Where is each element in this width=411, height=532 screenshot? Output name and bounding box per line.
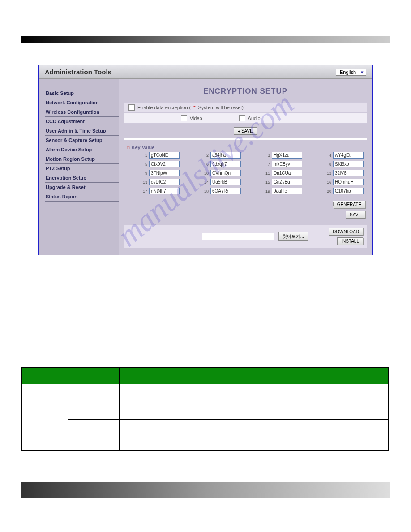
key-number: 10 [201, 171, 209, 176]
key-number: 15 [262, 180, 270, 184]
description-table [21, 367, 389, 451]
key-number: 7 [262, 162, 270, 167]
enable-label-part2: System will be reset) [198, 105, 244, 110]
browse-button[interactable]: 찾아보기... [278, 232, 308, 241]
content-area: ENCRYPTION SETUP Enable data encryption … [119, 79, 372, 255]
key-number: 20 [323, 189, 331, 193]
table-cell-r2c2 [68, 420, 120, 435]
sidebar-item-useradmin[interactable]: User Admin & Time Setup [45, 126, 119, 136]
sidebar-item-ptz[interactable]: PTZ Setup [45, 164, 119, 173]
key-number: 12 [323, 171, 331, 176]
key-value-grid: 1gTCoNE2a54jha3HgX1zu4wY4gEt5Cfx9V269dxq… [127, 152, 364, 194]
key-input-10[interactable]: CVhmQn [210, 170, 241, 176]
key-number: 14 [201, 180, 209, 184]
file-path-input[interactable] [202, 233, 274, 240]
key-number: 19 [262, 189, 270, 193]
key-input-3[interactable]: HgX1zu [272, 152, 302, 159]
admin-screenshot: Administration Tools English Basic Setup… [38, 65, 373, 255]
key-number: 4 [323, 153, 331, 158]
key-cell-10: 10CVhmQn [188, 170, 241, 176]
red-star: * [193, 105, 195, 110]
key-input-20[interactable]: G167hp [333, 188, 364, 194]
key-input-15[interactable]: GnZvBq [272, 179, 302, 185]
table-cell-r2c3 [120, 420, 389, 435]
generate-button[interactable]: GENERATE [333, 201, 365, 208]
table-cell-r1c1 [22, 384, 68, 451]
enable-encryption-row: Enable data encryption (* System will be… [124, 102, 367, 113]
key-number: 16 [323, 180, 331, 184]
bottom-gradient-bar [21, 482, 390, 498]
key-cell-14: 14Uq5rkB [188, 179, 241, 185]
key-input-2[interactable]: a54jha [210, 152, 241, 159]
key-input-11[interactable]: Dn1CUa [272, 170, 302, 176]
key-number: 17 [139, 189, 147, 193]
key-input-7[interactable]: mkEByv [272, 161, 302, 167]
enable-label-part1: Enable data encryption ( [137, 105, 191, 110]
table-cell-r1c2 [68, 384, 120, 420]
audio-checkbox[interactable] [239, 115, 245, 121]
key-cell-19: 199aahle [250, 188, 302, 194]
key-input-16[interactable]: HQmhuH [333, 179, 364, 185]
save-button-2[interactable]: SAVE [346, 211, 365, 219]
key-value-section: Key Value 1gTCoNE2a54jha3HgX1zu4wY4gEt5C… [124, 142, 367, 194]
sidebar-item-network[interactable]: Network Configuration [45, 98, 119, 107]
key-input-17[interactable]: nNtNh7 [149, 188, 180, 194]
table-cell-r3c3 [120, 435, 389, 451]
key-number: 5 [139, 162, 147, 167]
key-number: 13 [139, 180, 147, 184]
sidebar-item-motion[interactable]: Motion Region Setup [45, 154, 119, 164]
key-input-14[interactable]: Uq5rkB [210, 179, 241, 185]
sidebar-item-status[interactable]: Status Report [45, 192, 119, 202]
key-input-5[interactable]: Cfx9V2 [149, 161, 180, 167]
video-checkbox[interactable] [181, 115, 187, 121]
key-value-header: Key Value [127, 145, 364, 152]
sidebar-item-alarm[interactable]: Alarm Device Setup [45, 145, 119, 154]
video-label: Video [190, 116, 202, 121]
key-input-18[interactable]: 6QA7Rr [210, 188, 241, 194]
key-cell-18: 186QA7Rr [188, 188, 241, 194]
table-header-3 [120, 368, 389, 384]
admin-body: Basic Setup Network Configuration Wirele… [39, 79, 372, 255]
sidebar-item-upgrade[interactable]: Upgrade & Reset [45, 183, 119, 192]
download-button[interactable]: DOWNLOAD [329, 228, 363, 236]
divider [124, 138, 367, 140]
key-number: 1 [139, 153, 147, 158]
key-cell-11: 11Dn1CUa [250, 170, 302, 176]
key-input-13[interactable]: ovDIC2 [149, 179, 180, 185]
key-cell-12: 1232iV6l [311, 170, 364, 176]
key-input-12[interactable]: 32iV6l [333, 170, 364, 176]
key-number: 11 [262, 171, 270, 176]
key-cell-17: 17nNtNh7 [127, 188, 180, 194]
download-install-col: DOWNLOAD INSTALL [329, 228, 363, 245]
table-header-1 [22, 368, 68, 384]
sidebar-item-ccd[interactable]: CCD Adjustment [45, 117, 119, 126]
top-gradient-bar [21, 36, 390, 43]
admin-panel: Administration Tools English Basic Setup… [38, 65, 373, 255]
content-title: ENCRYPTION SETUP [124, 87, 367, 96]
sidebar-item-basic[interactable]: Basic Setup [45, 89, 119, 98]
sidebar-item-wireless[interactable]: Wireless Configuration [45, 107, 119, 117]
video-audio-row: Video Audio [124, 113, 367, 124]
install-button[interactable]: INSTALL [337, 237, 363, 245]
key-cell-8: 8SKi3xo [311, 161, 364, 167]
admin-title: Administration Tools [45, 68, 111, 76]
save-button[interactable]: ◂ SAVE [234, 127, 257, 135]
save-row: ◂ SAVE [124, 124, 367, 138]
key-input-1[interactable]: gTCoNE [149, 152, 180, 159]
sidebar-item-sensor[interactable]: Sensor & Capture Setup [45, 136, 119, 145]
key-input-8[interactable]: SKi3xo [333, 161, 364, 167]
key-input-4[interactable]: wY4gEt [333, 152, 364, 159]
key-input-9[interactable]: 3FNipW [149, 170, 180, 176]
sidebar-item-encryption[interactable]: Encryption Setup [45, 173, 119, 183]
action-buttons: GENERATE SAVE [124, 194, 367, 222]
key-cell-15: 15GnZvBq [250, 179, 302, 185]
enable-encryption-checkbox[interactable] [128, 104, 135, 111]
key-number: 18 [201, 189, 209, 193]
key-number: 8 [323, 162, 331, 167]
audio-label: Audio [248, 116, 261, 121]
key-input-6[interactable]: 9dxqh7 [210, 161, 241, 167]
language-select[interactable]: English [336, 69, 366, 76]
key-input-19[interactable]: 9aahle [272, 188, 302, 194]
key-cell-3: 3HgX1zu [250, 152, 302, 159]
table-cell-r1c3 [120, 384, 389, 420]
